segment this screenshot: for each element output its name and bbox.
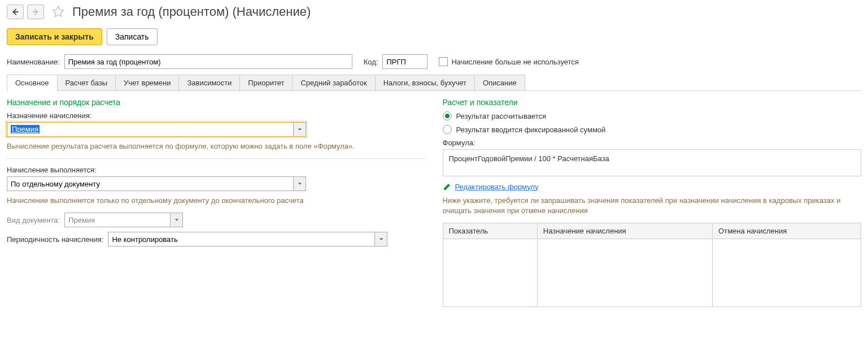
chevron-down-icon bbox=[298, 127, 302, 132]
table-description: Ниже укажите, требуется ли запрашивать з… bbox=[443, 196, 862, 216]
back-button[interactable] bbox=[7, 5, 24, 19]
calc-section-title: Расчет и показатели bbox=[443, 98, 862, 107]
formula-box: ПроцентГодовойПремии / 100 * РасчетнаяБа… bbox=[443, 149, 862, 176]
tabs-bar: Основное Расчет базы Учет времени Зависи… bbox=[7, 75, 861, 91]
result-calculated-label: Результат рассчитывается bbox=[456, 112, 547, 120]
doc-type-dropdown-button[interactable] bbox=[171, 213, 183, 227]
purpose-label: Назначение начисления: bbox=[7, 111, 426, 120]
exec-select[interactable] bbox=[7, 176, 294, 191]
pencil-icon bbox=[443, 182, 452, 191]
table-row[interactable] bbox=[443, 239, 861, 307]
exec-label: Начисление выполняется: bbox=[7, 166, 426, 174]
arrow-left-icon bbox=[11, 8, 19, 16]
exec-dropdown-button[interactable] bbox=[294, 176, 306, 191]
th-assign: Назначение начисления bbox=[537, 223, 712, 239]
th-cancel: Отмена начисления bbox=[713, 223, 861, 239]
result-fixed-label: Результат вводится фиксированной суммой bbox=[456, 126, 606, 134]
name-input[interactable] bbox=[64, 54, 352, 69]
exec-description: Начисление выполняется только по отдельн… bbox=[7, 196, 426, 206]
no-longer-used-label: Начисление больше не используется bbox=[451, 58, 578, 66]
tab-description[interactable]: Описание bbox=[474, 75, 525, 90]
tab-base-calc[interactable]: Расчет базы bbox=[57, 75, 116, 90]
code-input[interactable] bbox=[382, 54, 428, 69]
arrow-right-icon bbox=[32, 8, 40, 16]
purpose-section-title: Назначение и порядок расчета bbox=[7, 98, 426, 107]
tab-priority[interactable]: Приоритет bbox=[239, 75, 293, 90]
purpose-select[interactable]: Премия bbox=[7, 122, 294, 137]
tab-main[interactable]: Основное bbox=[7, 75, 58, 90]
period-dropdown-button[interactable] bbox=[375, 232, 387, 246]
tab-avg-salary[interactable]: Средний заработок bbox=[292, 75, 375, 90]
page-title: Премия за год (процентом) (Начисление) bbox=[72, 5, 311, 19]
result-fixed-radio[interactable] bbox=[443, 125, 452, 134]
doc-type-label: Вид документа: bbox=[7, 216, 60, 224]
tab-dependencies[interactable]: Зависимости bbox=[178, 75, 240, 90]
period-label: Периодичность начисления: bbox=[7, 235, 103, 244]
chevron-down-icon bbox=[298, 181, 302, 186]
forward-button[interactable] bbox=[27, 5, 44, 19]
doc-type-select[interactable] bbox=[64, 213, 171, 227]
purpose-description: Вычисление результата расчета выполняетс… bbox=[7, 141, 426, 152]
tab-taxes[interactable]: Налоги, взносы, бухучет bbox=[375, 75, 475, 90]
name-label: Наименование: bbox=[7, 58, 60, 66]
edit-formula-link[interactable]: Редактировать формулу bbox=[455, 183, 539, 191]
chevron-down-icon bbox=[379, 237, 383, 241]
indicators-table: Показатель Назначение начисления Отмена … bbox=[443, 223, 862, 307]
period-select[interactable] bbox=[108, 232, 375, 246]
result-calculated-radio[interactable] bbox=[443, 111, 452, 120]
no-longer-used-checkbox[interactable] bbox=[439, 57, 448, 66]
formula-label: Формула: bbox=[443, 139, 862, 147]
purpose-value: Премия bbox=[11, 125, 40, 133]
save-button[interactable]: Записать bbox=[107, 28, 158, 45]
tab-time[interactable]: Учет времени bbox=[115, 75, 179, 90]
code-label: Код: bbox=[364, 58, 378, 66]
save-close-button[interactable]: Записать и закрыть bbox=[7, 28, 102, 45]
favorite-star-icon[interactable] bbox=[52, 5, 64, 19]
purpose-dropdown-button[interactable] bbox=[294, 122, 306, 137]
th-indicator: Показатель bbox=[443, 223, 537, 239]
chevron-down-icon bbox=[175, 218, 179, 222]
